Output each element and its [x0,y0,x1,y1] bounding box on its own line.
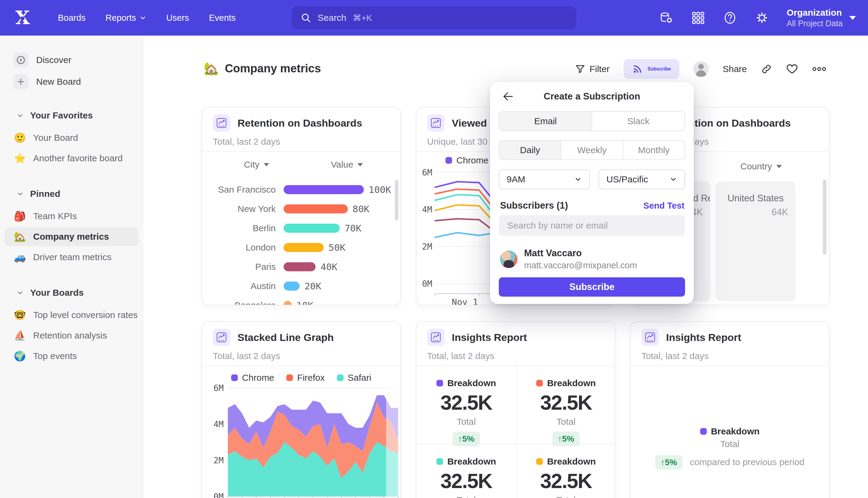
board-emoji: ⛵ [14,330,28,341]
more-options-icon[interactable] [812,63,826,75]
series-swatch-icon [536,458,543,465]
card-subtitle: Total, last 2 days [213,351,280,361]
copy-link-icon[interactable] [761,63,772,75]
search-input[interactable]: Search ⌘+K [292,6,576,29]
sidebar-section-your-boards: Your Boards🤓Top level conversion rates⛵R… [0,288,144,365]
sort-caret-icon [264,163,269,167]
subscribers-label: Subscribers (1) [500,200,568,211]
section-header[interactable]: Your Favorites [17,110,144,121]
sidebar-section-pinned: Pinned🎒Team KPIs🏡Company metrics🚙Driver … [0,189,144,266]
card-title: Insights Report [452,331,527,343]
nav-link-events[interactable]: Events [209,13,236,23]
sidebar-item-label: Top events [33,351,77,361]
sidebar-item-top-events[interactable]: 🌍Top events [5,347,139,365]
org-project: All Project Data [787,19,843,28]
sidebar-item-your-board[interactable]: 🙂Your Board [5,128,139,147]
table-row-new-york[interactable]: New York80K [202,199,400,219]
table-row-paris[interactable]: Paris40K [202,257,400,276]
table-row-bangalore[interactable]: Bangalore10K [202,296,400,305]
city-bar-list: San Francisco100KNew York80KBerlin70KLon… [202,180,400,305]
metric-quadrant-3: Breakdown32.5KTotal↑5% [416,456,516,498]
nav-link-users[interactable]: Users [166,13,189,23]
modal-title: Create a Subscription [490,91,694,102]
metric-label: Breakdown [516,378,615,388]
subscribe-button[interactable]: Subscribe [624,59,679,79]
metric-value: 32.5K [516,391,615,414]
settings-gear-icon[interactable] [755,11,769,25]
sidebar-item-company-metrics[interactable]: 🏡Company metrics [5,227,139,246]
sidebar-item-label: Discover [36,55,71,65]
sidebar-item-new-board[interactable]: New Board [13,74,144,89]
tab-email[interactable]: Email [499,112,592,131]
tab-daily[interactable]: Daily [499,141,561,159]
mixpanel-logo-icon[interactable]: X [0,9,45,27]
chevron-down-icon [669,175,677,183]
user-avatar[interactable] [693,61,709,77]
country-panel[interactable]: United States 64K [716,182,796,301]
scrollbar-thumb[interactable] [823,179,826,255]
board-emoji: 🙂 [14,132,28,144]
value-label: 40K [320,261,337,272]
sidebar-item-team-kpis[interactable]: 🎒Team KPIs [5,207,139,225]
series-swatch-icon [437,380,443,386]
modal-subscribe-button[interactable]: Subscribe [499,277,685,297]
svg-text:2M: 2M [422,242,432,252]
section-header[interactable]: Your Boards [17,288,144,298]
stacked-area-chart[interactable]: 6M4M2M0M [205,381,400,498]
city-label: Paris [202,262,276,272]
report-chart-icon [427,329,444,346]
single-metric: Breakdown Total ↑5% compared to previous… [631,426,829,470]
share-button[interactable]: Share [723,64,747,74]
value-bar [284,281,299,291]
send-test-link[interactable]: Send Test [643,201,684,211]
city-label: Bangalore [202,300,276,305]
metric-unit: Total [631,439,829,449]
sidebar-section-your-favorites: Your Favorites🙂Your Board⭐Another favori… [0,110,144,168]
table-row-london[interactable]: London50K [202,238,400,257]
subscriber-row[interactable]: Matt Vaccaro matt.vaccaro@mixpanel.com [500,248,637,271]
sidebar-item-label: Company metrics [33,232,109,242]
chevron-down-icon [17,112,24,119]
card-title: Insights Report [666,331,741,343]
metric-label: Breakdown [416,456,516,467]
table-row-san-francisco[interactable]: San Francisco100K [202,180,400,199]
apps-grid-icon[interactable] [691,11,705,25]
svg-text:0M: 0M [213,492,224,498]
tab-slack[interactable]: Slack [592,112,684,131]
nav-link-reports[interactable]: Reports [106,13,146,23]
value-bar [284,205,348,213]
column-header-country[interactable]: Country [716,161,806,171]
plus-icon [13,74,28,89]
card-subtitle: Total, last 2 days [641,351,709,361]
sidebar-item-discover[interactable]: Discover [13,52,144,67]
section-header[interactable]: Pinned [17,189,144,199]
channel-tabs: EmailSlack [499,111,685,131]
org-switcher[interactable]: Organization All Project Data [787,8,856,28]
subscriber-search-input[interactable] [499,215,685,236]
scrollbar-thumb[interactable] [395,180,398,221]
card-title: Retention on Dashboards [238,117,362,129]
timezone-select[interactable]: US/Pacific [599,169,685,189]
sidebar-item-top-level-conversion-rates[interactable]: 🤓Top level conversion rates [5,306,139,324]
filter-button[interactable]: Filter [575,64,610,74]
tab-weekly[interactable]: Weekly [561,141,623,159]
favorite-heart-icon[interactable] [786,63,798,75]
tab-monthly[interactable]: Monthly [623,141,684,159]
card-insights-report-single: Insights Report Total, last 2 days Break… [630,322,829,498]
board-title: 🏡 Company metrics [204,62,321,76]
value-label: 50K [329,242,345,253]
data-management-icon[interactable] [659,11,673,25]
nav-link-boards[interactable]: Boards [58,13,85,23]
table-row-berlin[interactable]: Berlin70K [202,219,400,238]
column-header-city[interactable]: City [202,159,311,170]
top-nav: X BoardsReportsUsersEvents Search ⌘+K [0,0,868,36]
sidebar-item-driver-team-metrics[interactable]: 🚙Driver team metrics [5,248,139,266]
help-icon[interactable] [723,11,737,25]
column-header-value[interactable]: Value [311,159,383,170]
sidebar-item-retention-analysis[interactable]: ⛵Retention analysis [5,326,139,345]
time-select[interactable]: 9AM [499,169,590,189]
frequency-tabs: DailyWeeklyMonthly [499,140,685,160]
metric-unit: Total [416,495,516,498]
sidebar-item-another-favorite-board[interactable]: ⭐Another favorite board [5,149,139,168]
table-row-austin[interactable]: Austin20K [202,276,400,296]
